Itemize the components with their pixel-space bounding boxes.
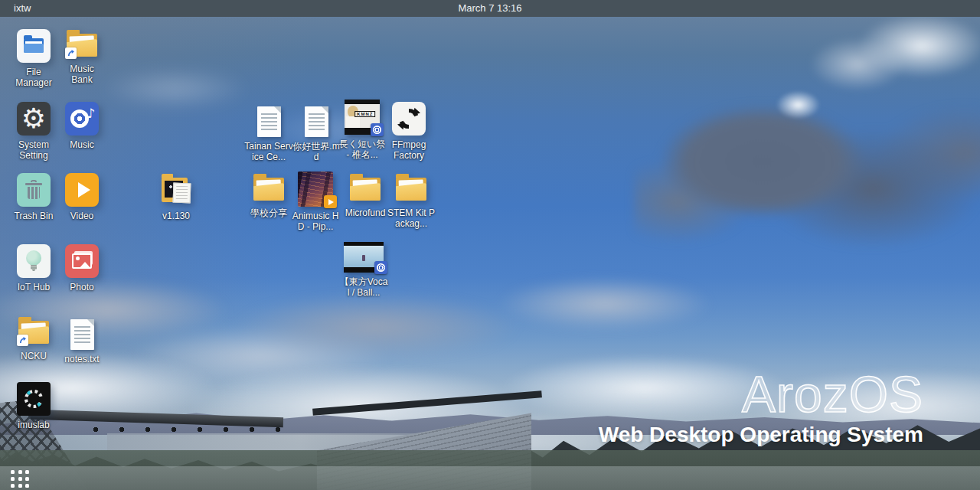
text-file-icon [305,103,328,137]
brand-subtitle: Web Desktop Operating System [599,423,923,447]
icon-label: Microfund [345,207,386,218]
desktop-icon-touhou-vocal[interactable]: 【東方Voca l / Ball... [333,242,394,298]
folder-preview-icon [158,173,194,207]
icon-label: Music Bank [70,64,93,85]
album-art-thumbnail: KMNZ [345,100,380,135]
desktop-icon-v1-130[interactable]: v1.130 [145,173,207,221]
icon-label: File Manager [15,67,51,88]
shortcut-arrow-icon [17,335,28,346]
icon-label: v1.130 [162,211,190,221]
play-icon [65,173,99,207]
music-badge-icon [374,261,387,274]
folder-icon [348,173,383,204]
desktop-icon-stem-kit[interactable]: STEM Kit P ackag... [381,173,442,229]
icon-label: notes.txt [64,354,99,364]
icon-label: Music [70,139,93,150]
folder-icon [394,173,429,204]
desktop-icon-ffmpeg-factory[interactable]: FFmpeg Factory [378,102,439,161]
folder-shortcut-icon [64,29,100,60]
icon-label: Trash Bin [15,211,54,221]
arozos-desktop: ixtw March 7 13:16 ArozOS Web Desktop Op… [0,0,980,490]
desktop-icon-music-bank[interactable]: Music Bank [51,29,113,85]
text-file-icon [70,316,94,350]
corner-cloud [812,17,980,101]
gear-icon: ⚙ [17,102,51,136]
video-thumbnail [298,172,333,207]
clock-label: March 7 13:16 [0,2,980,14]
photo-stack-icon [65,244,99,278]
album-art-text: KMNZ [354,111,375,117]
desktop-icon-notes-txt[interactable]: notes.txt [51,316,113,364]
icon-label: Video [70,211,93,221]
icon-label: NCKU [21,351,47,361]
desktop-icon-video[interactable]: Video [51,173,113,221]
file-manager-icon [17,29,51,63]
text-file-icon [257,103,281,137]
folder-icon [251,173,286,204]
small-bright-cloud [762,82,835,128]
stadium-floodlights [92,426,299,433]
app-launcher-button[interactable] [11,469,34,488]
imuslab-logo-icon [17,382,51,416]
icon-label: System Setting [18,139,49,161]
top-bar: ixtw March 7 13:16 [0,0,980,17]
desktop-icon-music[interactable]: ♪ Music [51,102,113,150]
music-disc-icon: ♪ [65,102,99,136]
icon-label: IoT Hub [18,282,50,292]
folder-shortcut-icon [16,316,51,347]
lightbulb-icon [17,244,51,278]
ffmpeg-logo-icon [392,102,426,136]
desktop-icon-imuslab[interactable]: imuslab [3,382,64,430]
shortcut-arrow-icon [65,47,77,59]
icon-label: Animusic H D - Pip... [292,211,339,232]
icon-label: FFmpeg Factory [392,139,426,161]
icon-label: 學校分享 [250,207,287,218]
trash-icon [17,173,51,207]
video-thumbnail [344,242,384,273]
icon-label: Photo [70,282,93,292]
desktop-icon-photo[interactable]: Photo [51,244,113,292]
brand-title: ArozOS [599,369,923,420]
taskbar [0,466,980,490]
icon-label: STEM Kit P ackag... [387,207,435,229]
branding: ArozOS Web Desktop Operating System [599,369,923,447]
icon-label: imuslab [18,420,49,430]
icon-label: 【東方Voca l / Ball... [340,276,388,298]
